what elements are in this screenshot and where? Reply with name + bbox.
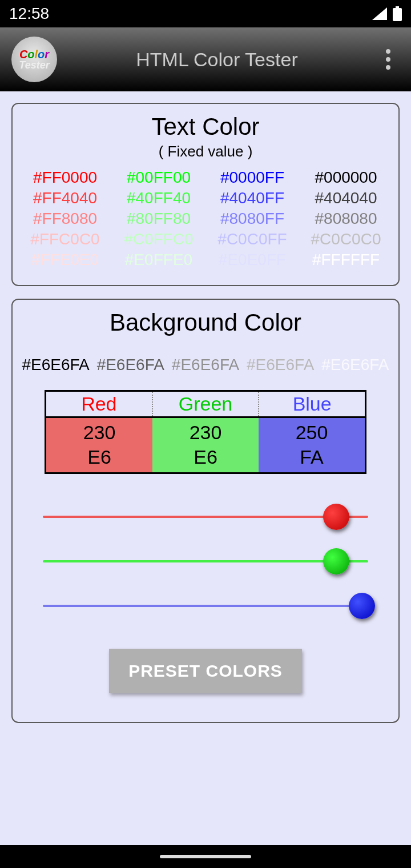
rgb-cell-blue: 250 FA <box>259 418 365 472</box>
text-color-swatch: #E0E0FF <box>206 251 299 269</box>
battery-icon <box>393 6 402 21</box>
background-hex-sample: #E6E6FA <box>172 356 239 374</box>
text-color-swatch: #FFFFFF <box>299 251 393 269</box>
app-bar: Color Tester HTML Color Tester <box>0 27 411 91</box>
green-hex: E6 <box>152 445 259 469</box>
background-hex-sample: #E6E6FA <box>247 356 314 374</box>
background-hex-sample: #E6E6FA <box>22 356 89 374</box>
svg-rect-0 <box>393 8 402 21</box>
blue-hex: FA <box>259 445 365 469</box>
rgb-head-red: Red <box>46 392 153 416</box>
text-color-swatch: #80FF80 <box>112 210 206 228</box>
text-color-swatch: #FF0000 <box>18 168 112 187</box>
app-title: HTML Color Tester <box>57 49 377 71</box>
background-hex-sample: #E6E6FA <box>97 356 164 374</box>
app-logo: Color Tester <box>11 37 57 82</box>
text-color-swatch: #FF8080 <box>18 210 112 228</box>
text-color-swatch: #C0FFC0 <box>112 230 206 248</box>
rgb-cell-red: 230 E6 <box>46 418 152 472</box>
text-color-panel: Text Color ( Fixed value ) #FF0000#00FF0… <box>11 103 400 286</box>
red-dec: 230 <box>46 420 152 445</box>
text-color-swatch-grid: #FF0000#00FF00#0000FF#000000#FF4040#40FF… <box>18 168 393 269</box>
background-hex-sample: #E6E6FA <box>321 356 389 374</box>
status-time: 12:58 <box>9 5 49 23</box>
text-color-title: Text Color <box>18 113 393 140</box>
background-color-title: Background Color <box>18 309 393 336</box>
text-color-swatch: #C0C0FF <box>206 230 299 248</box>
blue-dec: 250 <box>259 420 365 445</box>
rgb-head-blue: Blue <box>259 392 365 416</box>
text-color-swatch: #8080FF <box>206 210 299 228</box>
overflow-menu-icon[interactable] <box>377 49 400 70</box>
home-indicator[interactable] <box>160 855 251 858</box>
text-color-swatch: #00FF00 <box>112 168 206 187</box>
rgb-sliders <box>43 503 368 620</box>
status-bar: 12:58 <box>0 0 411 27</box>
background-hex-row: #E6E6FA#E6E6FA#E6E6FA#E6E6FA#E6E6FA <box>18 356 393 374</box>
text-color-swatch: #000000 <box>299 168 393 187</box>
svg-rect-1 <box>396 6 399 8</box>
text-color-swatch: #E0FFE0 <box>112 251 206 269</box>
text-color-swatch: #FF4040 <box>18 189 112 207</box>
blue-slider[interactable] <box>43 592 368 620</box>
android-nav-bar[interactable] <box>0 845 411 868</box>
rgb-table: Red Green Blue 230 E6 230 E6 250 FA <box>45 390 366 474</box>
text-color-swatch: #FFE0E0 <box>18 251 112 269</box>
rgb-cell-green: 230 E6 <box>152 418 259 472</box>
rgb-head-green: Green <box>153 392 260 416</box>
green-dec: 230 <box>152 420 259 445</box>
red-hex: E6 <box>46 445 152 469</box>
text-color-swatch: #C0C0C0 <box>299 230 393 248</box>
red-slider[interactable] <box>43 503 368 531</box>
green-slider[interactable] <box>43 547 368 576</box>
text-color-swatch: #40FF40 <box>112 189 206 207</box>
text-color-swatch: #FFC0C0 <box>18 230 112 248</box>
background-color-panel: Background Color #E6E6FA#E6E6FA#E6E6FA#E… <box>11 299 400 723</box>
text-color-subtitle: ( Fixed value ) <box>18 143 393 160</box>
status-icons <box>372 6 402 21</box>
text-color-swatch: #404040 <box>299 189 393 207</box>
text-color-swatch: #808080 <box>299 210 393 228</box>
text-color-swatch: #4040FF <box>206 189 299 207</box>
signal-icon <box>372 7 387 20</box>
text-color-swatch: #0000FF <box>206 168 299 187</box>
preset-colors-button[interactable]: PRESET COLORS <box>109 649 302 693</box>
